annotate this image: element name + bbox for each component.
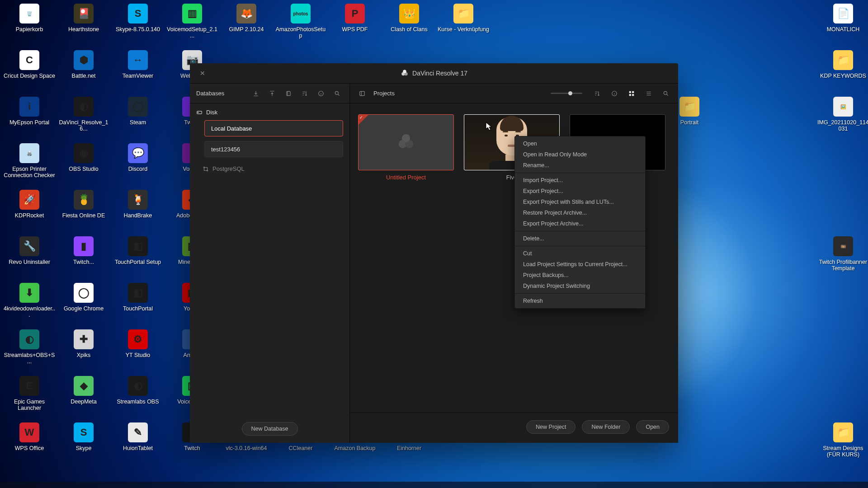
projects-header: Projects xyxy=(373,90,395,97)
context-menu-item[interactable]: Rename... xyxy=(515,160,645,171)
list-view-icon[interactable] xyxy=(643,88,655,99)
context-menu-item[interactable]: Import Project... xyxy=(515,175,645,186)
desktop-icon[interactable]: 🍍Fiesta Online DE xyxy=(57,190,110,219)
desktop-icon[interactable]: ⚙YT Studio xyxy=(111,329,165,358)
db-export-icon[interactable] xyxy=(266,88,278,99)
context-menu-item[interactable]: Export Project with Stills and LUTs... xyxy=(515,197,645,207)
desktop-icon[interactable]: photosAmazonPhotosSetup xyxy=(274,4,327,39)
sort-icon[interactable] xyxy=(299,88,311,99)
project-card[interactable]: Untitled Project xyxy=(358,114,454,181)
desktop-icon[interactable]: 🚀KDPRocket xyxy=(3,190,56,219)
taskbar[interactable] xyxy=(0,482,868,488)
desktop-icon[interactable]: 🖼️IMG_20211020_114031 xyxy=(816,97,868,132)
desktop-icon[interactable]: 💬Discord xyxy=(111,143,165,172)
context-menu-item[interactable]: Load Project Settings to Current Project… xyxy=(515,259,645,270)
disk-icon xyxy=(196,109,203,116)
davinci-project-manager-window: ✕ DaVinci Resolve 17 Databases Disk xyxy=(190,63,678,443)
desktop-icon[interactable]: ✚Xpiks xyxy=(57,329,110,358)
desktop-icon[interactable]: EEpic Games Launcher xyxy=(3,376,56,412)
desktop-icon[interactable]: ◉OBS Studio xyxy=(57,143,110,172)
desktop-icon[interactable]: PWPS PDF xyxy=(328,4,382,33)
desktop-icon[interactable]: ▥VoicemodSetup_2.1... xyxy=(165,4,219,39)
svg-rect-13 xyxy=(632,91,634,93)
disk-section-header[interactable]: Disk xyxy=(196,109,343,116)
desktop-icon[interactable]: ◧TouchPortal xyxy=(111,283,165,312)
info-icon[interactable] xyxy=(315,88,327,99)
desktop-icon[interactable]: 🎴Hearthstone xyxy=(57,4,110,33)
desktop-icon[interactable]: SSkype xyxy=(57,422,110,451)
desktop-icon[interactable]: 📁KDP KEYWORDS xyxy=(816,50,868,79)
new-project-button[interactable]: New Project xyxy=(526,420,576,434)
toggle-sidebar-icon[interactable] xyxy=(356,88,368,99)
sort-icon[interactable] xyxy=(591,88,603,99)
desktop-icon[interactable]: SSkype-8.75.0.140 xyxy=(111,4,165,33)
new-database-button[interactable]: New Database xyxy=(242,422,298,436)
desktop-icon[interactable]: ↔TeamViewer xyxy=(111,50,165,79)
svg-rect-14 xyxy=(629,94,631,96)
davinci-logo-icon xyxy=(401,69,409,77)
databases-header: Databases xyxy=(196,90,245,97)
db-import-icon[interactable] xyxy=(250,88,262,99)
desktop-icon[interactable]: ◧TouchPortal Setup xyxy=(111,236,165,265)
context-menu-item[interactable]: Dynamic Project Switching xyxy=(515,281,645,291)
svg-point-19 xyxy=(402,134,410,142)
context-menu-item[interactable]: Export Project... xyxy=(515,186,645,197)
search-icon[interactable] xyxy=(660,88,672,99)
desktop-icon[interactable]: ◯Google Chrome xyxy=(57,283,110,312)
database-item[interactable]: test123456 xyxy=(204,141,343,157)
close-icon[interactable]: ✕ xyxy=(200,70,205,77)
desktop-icon[interactable]: ◐Streamlabs OBS xyxy=(111,376,165,405)
svg-rect-10 xyxy=(360,91,365,95)
desktop-icon[interactable]: ▮Twitch... xyxy=(57,236,110,265)
window-titlebar[interactable]: ✕ DaVinci Resolve 17 xyxy=(190,63,678,83)
desktop-icon[interactable]: 🦊GIMP 2.10.24 xyxy=(220,4,273,33)
new-folder-button[interactable]: New Folder xyxy=(582,420,630,434)
desktop-icon[interactable]: 🗑️Papierkorb xyxy=(3,4,56,33)
desktop-icon[interactable]: WWPS Office xyxy=(3,422,56,451)
window-title: DaVinci Resolve 17 xyxy=(412,70,467,77)
database-item[interactable]: Local Database xyxy=(204,120,343,136)
svg-point-2 xyxy=(403,70,406,74)
db-backup-icon[interactable] xyxy=(283,88,294,99)
info-icon[interactable] xyxy=(609,88,620,99)
desktop-icon[interactable]: 🖨️Epson Printer Connection Checker xyxy=(3,143,56,179)
svg-rect-3 xyxy=(287,91,290,95)
desktop-icon[interactable]: 🍹HandBrake xyxy=(111,190,165,219)
thumbnail-size-slider[interactable] xyxy=(551,93,582,94)
desktop-icon[interactable]: 👑Clash of Clans xyxy=(382,4,436,33)
grid-view-icon[interactable] xyxy=(626,88,637,99)
desktop-icon[interactable]: ◐Streamlabs+OBS+S... xyxy=(3,329,56,365)
context-menu-item[interactable]: Export Project Archive... xyxy=(515,218,645,229)
svg-point-8 xyxy=(203,167,204,168)
cursor-icon xyxy=(486,122,493,133)
context-menu-item[interactable]: Open in Read Only Mode xyxy=(515,149,645,160)
databases-panel: Databases Disk Local Databasetest123456 … xyxy=(190,84,350,443)
desktop-icon[interactable]: ✎HuionTablet xyxy=(111,422,165,451)
context-menu-item[interactable]: Delete... xyxy=(515,233,645,244)
postgresql-section-header[interactable]: PostgreSQL xyxy=(203,165,343,172)
desktop-icon[interactable]: CCricut Design Space xyxy=(3,50,56,79)
desktop-icon[interactable]: iMyEpson Portal xyxy=(3,97,56,126)
desktop-icon[interactable]: 📁Kurse - Verknüpfung xyxy=(437,4,490,33)
svg-rect-12 xyxy=(629,91,631,93)
desktop-icon[interactable]: ⬇4kvideodownloader... xyxy=(3,283,56,319)
context-menu-item[interactable]: Open xyxy=(515,138,645,149)
svg-point-9 xyxy=(207,170,208,171)
svg-point-16 xyxy=(664,91,667,94)
desktop-icon[interactable]: 📄MONATLICH xyxy=(816,4,868,33)
desktop-icon[interactable]: 📁Stream Designs (FÜR KURS) xyxy=(816,422,868,458)
context-menu-item[interactable]: Restore Project Archive... xyxy=(515,207,645,218)
desktop-icon[interactable]: 🔧Revo Uninstaller xyxy=(3,236,56,265)
desktop-icon[interactable]: ⬢Battle.net xyxy=(57,50,110,79)
search-icon[interactable] xyxy=(331,88,343,99)
context-menu-item[interactable]: Cut xyxy=(515,248,645,259)
context-menu-item[interactable]: Project Backups... xyxy=(515,270,645,281)
svg-point-5 xyxy=(335,91,338,94)
context-menu-item[interactable]: Refresh xyxy=(515,296,645,306)
desktop-icon[interactable]: ◐DaVinci_Resolve_16... xyxy=(57,97,110,132)
network-icon xyxy=(203,166,209,172)
desktop-icon[interactable]: 🎞️Twitch Profilbanner Template xyxy=(816,236,868,272)
desktop-icon[interactable]: ◯Steam xyxy=(111,97,165,126)
open-button[interactable]: Open xyxy=(636,420,669,434)
desktop-icon[interactable]: ◆DeepMeta xyxy=(57,376,110,405)
